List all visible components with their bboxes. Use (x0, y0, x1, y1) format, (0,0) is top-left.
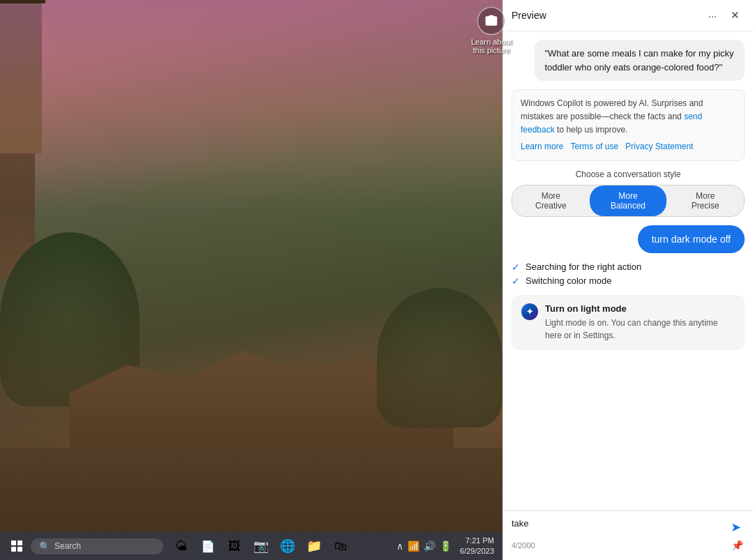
taskbar-app-camera[interactable]: 📷 (248, 533, 274, 559)
search-icon: 🔍 (39, 541, 50, 552)
status-check-1: ✓ Searching for the right action (512, 262, 745, 273)
taskbar-app-store[interactable]: 🛍 (328, 533, 353, 559)
conversation-style-section: Choose a conversation style MoreCreative… (512, 169, 745, 217)
tray-icons: ∧ 📶 🔊 🔋 (396, 540, 452, 552)
pin-icon: 📌 (731, 540, 743, 551)
send-button[interactable]: ➤ (726, 518, 745, 536)
photos-icon: 🖼 (228, 539, 241, 554)
more-options-button[interactable]: ··· (703, 6, 722, 25)
clock[interactable]: 7:21 PM 6/29/2023 (457, 536, 497, 557)
clock-date: 6/29/2023 (460, 546, 494, 557)
taskbar-app-widgets[interactable]: 🌤 (169, 533, 194, 559)
close-button[interactable]: ✕ (725, 6, 745, 25)
wallpaper-label-line1: Learn about (471, 38, 512, 46)
windows-icon (11, 540, 22, 552)
speaker-icon[interactable]: 🔊 (424, 540, 435, 552)
search-label: Search (54, 541, 81, 551)
send-icon: ➤ (731, 520, 741, 535)
pdf-icon: 📄 (201, 540, 215, 553)
light-mode-description: Light mode is on. You can change this an… (545, 317, 735, 342)
style-label: Choose a conversation style (512, 169, 745, 179)
wallpaper-info-button[interactable]: Learn about this picture (471, 7, 512, 54)
disclaimer-text: Windows Copilot is powered by AI. Surpri… (521, 98, 703, 121)
light-mode-title: Turn on light mode (545, 303, 735, 314)
taskbar-search[interactable]: 🔍 Search (31, 538, 163, 554)
copilot-header: Preview ··· ✕ (503, 0, 753, 31)
system-tray: ∧ 📶 🔊 🔋 7:21 PM 6/29/2023 (391, 532, 502, 560)
checkmark-icon-2: ✓ (512, 275, 520, 287)
widgets-icon: 🌤 (175, 539, 188, 554)
ai-disclaimer: Windows Copilot is powered by AI. Surpri… (512, 89, 745, 161)
light-mode-text: Turn on light mode Light mode is on. You… (545, 303, 735, 342)
wifi-icon[interactable]: 📶 (408, 540, 419, 552)
pin-button[interactable]: 📌 (729, 538, 745, 553)
input-box: take ➤ (512, 518, 745, 535)
dark-mode-toggle-button[interactable]: turn dark mode off (638, 225, 745, 253)
status-check-2: ✓ Switching color mode (512, 275, 745, 287)
user-message-text: "What are some meals I can make for my p… (544, 48, 733, 73)
clock-time: 7:21 PM (465, 536, 494, 546)
taskbar-app-pdf[interactable]: 📄 (195, 533, 221, 559)
desktop-wallpaper (0, 0, 502, 532)
taskbar-app-files[interactable]: 📁 (301, 533, 327, 559)
camera-icon (477, 7, 505, 35)
checkmark-icon-1: ✓ (512, 262, 520, 273)
char-count: 4/2000 (512, 541, 535, 550)
light-mode-card: ✦ Turn on light mode Light mode is on. Y… (512, 295, 745, 350)
taskbar-app-photos[interactable]: 🖼 (222, 533, 247, 559)
wallpaper-label-line2: this picture (473, 46, 510, 54)
copilot-logo-icon: ✦ (521, 303, 538, 320)
user-message-bubble: "What are some meals I can make for my p… (535, 40, 745, 81)
terms-of-use-link[interactable]: Terms of use (570, 140, 618, 153)
edge-icon: 🌐 (280, 538, 295, 554)
style-buttons: MoreCreative MoreBalanced MorePrecise (512, 185, 745, 217)
status-check-text-1: Searching for the right action (525, 262, 641, 272)
header-actions: ··· ✕ (703, 6, 745, 25)
copilot-panel: Preview ··· ✕ "What are some meals I can… (502, 0, 753, 560)
style-creative-button[interactable]: MoreCreative (512, 186, 590, 216)
style-precise-button[interactable]: MorePrecise (666, 186, 744, 216)
start-button[interactable] (6, 535, 28, 557)
taskbar-apps: 🌤 📄 🖼 📷 🌐 📁 🛍 (169, 533, 353, 559)
taskbar: 🔍 Search 🌤 📄 🖼 📷 🌐 📁 🛍 ∧ 📶 🔊 (0, 532, 502, 560)
battery-icon[interactable]: 🔋 (440, 540, 452, 552)
status-checks: ✓ Searching for the right action ✓ Switc… (512, 262, 745, 287)
copilot-logo-symbol: ✦ (526, 307, 533, 317)
copilot-title: Preview (512, 10, 546, 21)
chevron-icon[interactable]: ∧ (396, 540, 403, 552)
chat-input[interactable]: take (512, 518, 745, 535)
disclaimer-text2: to help us improve. (557, 125, 627, 135)
disclaimer-links: Learn more Terms of use Privacy Statemen… (521, 140, 736, 153)
store-icon: 🛍 (334, 539, 347, 554)
files-icon: 📁 (306, 538, 322, 554)
input-area: take ➤ 4/2000 📌 (503, 510, 753, 560)
style-balanced-button[interactable]: MoreBalanced (590, 186, 667, 216)
learn-more-link[interactable]: Learn more (521, 140, 563, 153)
chat-area: "What are some meals I can make for my p… (503, 31, 753, 510)
status-check-text-2: Switching color mode (525, 275, 612, 286)
input-footer: 4/2000 📌 (512, 538, 745, 553)
camera-app-icon: 📷 (253, 538, 269, 554)
taskbar-app-edge[interactable]: 🌐 (275, 533, 300, 559)
privacy-statement-link[interactable]: Privacy Statement (625, 140, 693, 153)
